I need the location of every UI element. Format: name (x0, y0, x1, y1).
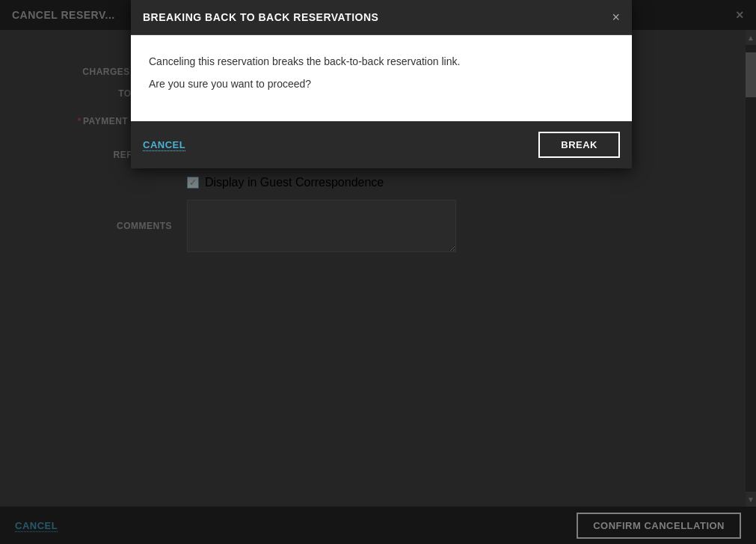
dialog-cancel-button[interactable]: CANCEL (143, 139, 185, 150)
dialog-body: Canceling this reservation breaks the ba… (131, 35, 632, 121)
dialog-footer: CANCEL BREAK (131, 121, 632, 168)
dialog-break-button[interactable]: BREAK (538, 132, 620, 158)
dialog-close-icon[interactable]: × (612, 10, 620, 24)
dialog-title: BREAKING BACK TO BACK RESERVATIONS (143, 11, 378, 23)
dialog-message-line1: Canceling this reservation breaks the ba… (149, 53, 614, 70)
breaking-back-to-back-dialog: BREAKING BACK TO BACK RESERVATIONS × Can… (131, 0, 632, 168)
dialog-header: BREAKING BACK TO BACK RESERVATIONS × (131, 0, 632, 35)
dialog-message-line2: Are you sure you want to proceed? (149, 76, 614, 92)
